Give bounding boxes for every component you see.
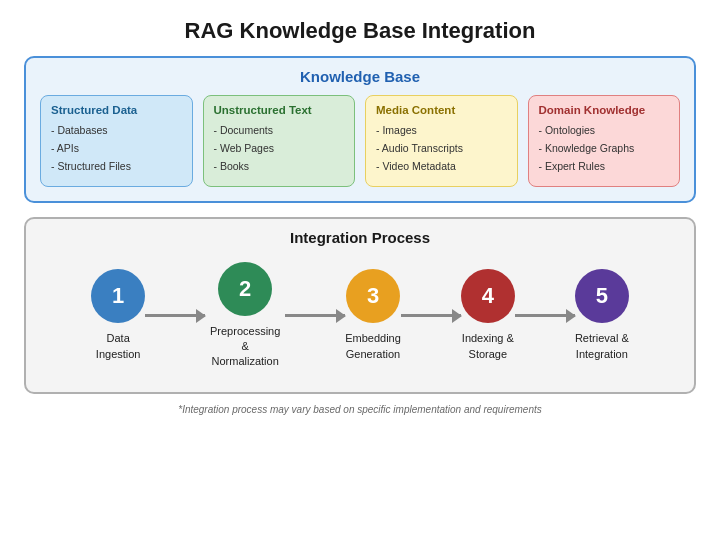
connector-3-4 [401,289,461,343]
connector-4-5 [515,289,575,343]
step-1: 1 DataIngestion [91,269,145,362]
card-unstructured: Unstructured Text Documents Web Pages Bo… [203,95,356,187]
knowledge-base-title: Knowledge Base [40,68,680,85]
list-item: Databases [51,122,182,140]
list-item: Web Pages [214,140,345,158]
list-item: Expert Rules [539,158,670,176]
card-unstructured-items: Documents Web Pages Books [214,122,345,176]
card-domain-title: Domain Knowledge [539,104,670,116]
list-item: Documents [214,122,345,140]
card-domain: Domain Knowledge Ontologies Knowledge Gr… [528,95,681,187]
step-5-label: Retrieval &Integration [575,331,629,362]
step-4-circle: 4 [461,269,515,323]
card-unstructured-title: Unstructured Text [214,104,345,116]
step-2-circle: 2 [218,262,272,316]
step-2-label: Preprocessing &Normalization [205,324,285,370]
list-item: Images [376,122,507,140]
list-item: Video Metadata [376,158,507,176]
step-3-circle: 3 [346,269,400,323]
connector-line [285,314,345,317]
step-1-label: DataIngestion [96,331,141,362]
card-structured-items: Databases APIs Structured Files [51,122,182,176]
step-1-circle: 1 [91,269,145,323]
integration-title: Integration Process [40,229,680,246]
card-structured: Structured Data Databases APIs Structure… [40,95,193,187]
knowledge-base-section: Knowledge Base Structured Data Databases… [24,56,696,203]
integration-process-section: Integration Process 1 DataIngestion 2 Pr… [24,217,696,394]
card-media: Media Content Images Audio Transcripts V… [365,95,518,187]
step-3: 3 EmbeddingGeneration [345,269,401,362]
connector-2-3 [285,289,345,343]
connector-1-2 [145,289,205,343]
list-item: Ontologies [539,122,670,140]
card-structured-title: Structured Data [51,104,182,116]
connector-line [515,314,575,317]
card-domain-items: Ontologies Knowledge Graphs Expert Rules [539,122,670,176]
knowledge-cards-row: Structured Data Databases APIs Structure… [40,95,680,187]
step-4-label: Indexing &Storage [462,331,514,362]
card-media-items: Images Audio Transcripts Video Metadata [376,122,507,176]
card-media-title: Media Content [376,104,507,116]
page-title: RAG Knowledge Base Integration [0,0,720,56]
list-item: APIs [51,140,182,158]
step-5-circle: 5 [575,269,629,323]
list-item: Audio Transcripts [376,140,507,158]
list-item: Books [214,158,345,176]
step-2: 2 Preprocessing &Normalization [205,262,285,370]
connector-line [145,314,205,317]
step-5: 5 Retrieval &Integration [575,269,629,362]
step-4: 4 Indexing &Storage [461,269,515,362]
process-steps-row: 1 DataIngestion 2 Preprocessing &Normali… [40,262,680,370]
list-item: Structured Files [51,158,182,176]
connector-line [401,314,461,317]
list-item: Knowledge Graphs [539,140,670,158]
step-3-label: EmbeddingGeneration [345,331,401,362]
footnote: *Integration process may vary based on s… [24,404,696,415]
